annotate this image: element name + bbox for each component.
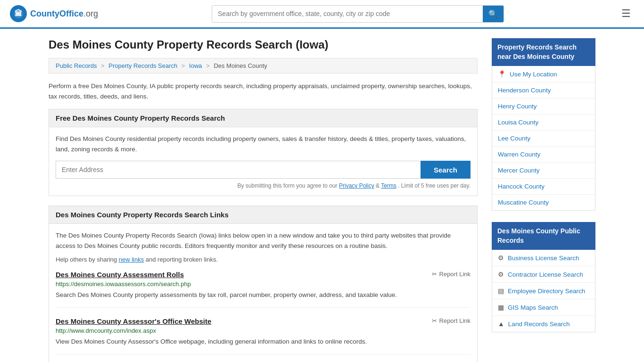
page-title: Des Moines County Property Records Searc… bbox=[49, 38, 478, 51]
links-section: Des Moines County Property Records Searc… bbox=[49, 206, 478, 362]
link-item-title[interactable]: Des Moines County Assessment Rolls bbox=[56, 271, 184, 279]
mercer-county-link[interactable]: Mercer County bbox=[498, 167, 540, 174]
header-search-input[interactable] bbox=[212, 6, 483, 21]
employee-directory-icon: ▤ bbox=[498, 287, 504, 295]
disclaimer-text: By submitting this form you agree to our bbox=[238, 182, 338, 189]
address-search-row: Search bbox=[56, 161, 471, 179]
report-label: Report Link bbox=[439, 271, 471, 278]
nearby-counties-list: 📍 Use My Location Henderson County Henry… bbox=[492, 66, 595, 211]
sidebar-county-item[interactable]: Henry County bbox=[492, 99, 595, 115]
header-search-form: 🔍 bbox=[212, 5, 504, 23]
gis-maps-icon: ▦ bbox=[498, 304, 504, 311]
contractor-license-icon: ⚙ bbox=[498, 271, 504, 278]
address-search-button[interactable]: Search bbox=[421, 161, 471, 179]
louisa-county-link[interactable]: Louisa County bbox=[498, 119, 538, 126]
logo-area[interactable]: 🏛 CountyOffice.org bbox=[9, 5, 98, 23]
header-search-button[interactable]: 🔍 bbox=[483, 6, 504, 22]
public-record-item[interactable]: ⚙ Business License Search bbox=[492, 250, 595, 266]
muscatine-county-link[interactable]: Muscatine County bbox=[498, 199, 549, 206]
form-disclaimer: By submitting this form you agree to our… bbox=[56, 182, 471, 189]
public-record-item[interactable]: ▤ Employee Directory Search bbox=[492, 283, 595, 299]
pin-icon: 📍 bbox=[498, 70, 506, 78]
disclaimer-limit: . Limit of 5 free uses per day. bbox=[398, 182, 471, 189]
free-search-description: Find Des Moines County residential prope… bbox=[56, 134, 471, 154]
reporting-text: and reporting broken links. bbox=[146, 256, 218, 263]
public-record-item[interactable]: ▲ Land Records Search bbox=[492, 316, 595, 332]
use-location-item[interactable]: 📍 Use My Location bbox=[492, 66, 595, 82]
help-text: Help others by sharing bbox=[56, 256, 117, 263]
link-item: Des Moines County Assessor's Office Webs… bbox=[56, 317, 471, 355]
search-form-body: Find Des Moines County residential prope… bbox=[49, 127, 477, 196]
breadcrumb-property-records[interactable]: Property Records Search bbox=[108, 62, 177, 69]
sidebar: Property Records Search near Des Moines … bbox=[492, 38, 595, 362]
public-record-item[interactable]: ▦ GIS Maps Search bbox=[492, 299, 595, 316]
terms-link[interactable]: Terms bbox=[381, 182, 396, 189]
sidebar-county-item[interactable]: Warren County bbox=[492, 147, 595, 163]
henderson-county-link[interactable]: Henderson County bbox=[498, 87, 551, 94]
content-area: Des Moines County Property Records Searc… bbox=[49, 38, 478, 362]
land-records-icon: ▲ bbox=[498, 320, 504, 328]
link-item-url[interactable]: http://www.dmcounty.com/index.aspx bbox=[56, 327, 471, 334]
breadcrumb-iowa[interactable]: Iowa bbox=[189, 62, 202, 69]
link-item-description: Search Des Moines County property assess… bbox=[56, 290, 471, 300]
free-search-heading: Free Des Moines County Property Records … bbox=[49, 109, 477, 127]
employee-directory-link[interactable]: Employee Directory Search bbox=[508, 288, 585, 295]
report-label: Report Link bbox=[439, 317, 471, 324]
page-description: Perform a free Des Moines County, IA pub… bbox=[49, 81, 478, 101]
link-item-description: View Des Moines County Assessor's Office… bbox=[56, 337, 471, 347]
hancock-county-link[interactable]: Hancock County bbox=[498, 183, 545, 190]
logo-text: CountyOffice.org bbox=[30, 9, 98, 19]
links-help-text: Help others by sharing new links and rep… bbox=[56, 256, 471, 263]
warren-county-link[interactable]: Warren County bbox=[498, 151, 540, 158]
breadcrumb-public-records[interactable]: Public Records bbox=[56, 62, 97, 69]
report-icon: ✂ bbox=[432, 317, 437, 324]
breadcrumb-sep-2: > bbox=[182, 62, 185, 69]
sidebar-county-item[interactable]: Hancock County bbox=[492, 179, 595, 195]
nearby-counties-title: Property Records Search near Des Moines … bbox=[492, 38, 595, 66]
disclaimer-and: & bbox=[376, 182, 381, 189]
gis-maps-link[interactable]: GIS Maps Search bbox=[508, 304, 558, 311]
privacy-policy-link[interactable]: Privacy Policy bbox=[339, 182, 374, 189]
nearby-counties-section: Property Records Search near Des Moines … bbox=[492, 38, 595, 211]
report-link-button[interactable]: ✂ Report Link bbox=[432, 271, 471, 278]
breadcrumb-current: Des Moines County bbox=[214, 62, 267, 69]
link-item-url[interactable]: https://desmoines.iowaassessors.com/sear… bbox=[56, 280, 471, 288]
public-records-title: Des Moines County Public Records bbox=[492, 222, 595, 250]
land-records-link[interactable]: Land Records Search bbox=[508, 321, 570, 328]
use-location-link[interactable]: Use My Location bbox=[510, 71, 557, 78]
breadcrumb: Public Records > Property Records Search… bbox=[49, 58, 478, 74]
search-icon: 🔍 bbox=[488, 10, 498, 18]
public-record-item[interactable]: ⚙ Contractor License Search bbox=[492, 266, 595, 283]
lee-county-link[interactable]: Lee County bbox=[498, 135, 530, 142]
contractor-license-link[interactable]: Contractor License Search bbox=[508, 271, 583, 278]
business-license-link[interactable]: Business License Search bbox=[508, 255, 579, 262]
link-item-header: Des Moines County Assessment Rolls ✂ Rep… bbox=[56, 271, 471, 279]
sidebar-county-item[interactable]: Mercer County bbox=[492, 163, 595, 179]
main-container: Des Moines County Property Records Searc… bbox=[39, 29, 605, 362]
public-records-list: ⚙ Business License Search ⚙ Contractor L… bbox=[492, 250, 595, 332]
report-link-button[interactable]: ✂ Report Link bbox=[432, 317, 471, 324]
sidebar-county-item[interactable]: Louisa County bbox=[492, 115, 595, 131]
links-section-heading: Des Moines County Property Records Searc… bbox=[49, 206, 477, 224]
henry-county-link[interactable]: Henry County bbox=[498, 103, 537, 110]
link-item: Des Moines County Assessment Rolls ✂ Rep… bbox=[56, 271, 471, 308]
site-logo-icon: 🏛 bbox=[9, 5, 27, 23]
svg-text:🏛: 🏛 bbox=[15, 9, 22, 17]
breadcrumb-sep-1: > bbox=[101, 62, 105, 69]
link-item-title[interactable]: Des Moines County Assessor's Office Webs… bbox=[56, 317, 211, 325]
report-icon: ✂ bbox=[432, 271, 437, 278]
menu-icon[interactable]: ☰ bbox=[618, 6, 635, 22]
sidebar-county-item[interactable]: Henderson County bbox=[492, 82, 595, 99]
business-license-icon: ⚙ bbox=[498, 254, 504, 262]
free-search-section: Free Des Moines County Property Records … bbox=[49, 109, 478, 196]
sidebar-county-item[interactable]: Muscatine County bbox=[492, 195, 595, 210]
address-search-input[interactable] bbox=[56, 161, 421, 179]
links-section-body: The Des Moines County Property Records S… bbox=[49, 224, 477, 362]
links-description: The Des Moines County Property Records S… bbox=[56, 230, 471, 251]
link-item-header: Des Moines County Assessor's Office Webs… bbox=[56, 317, 471, 325]
sidebar-county-item[interactable]: Lee County bbox=[492, 131, 595, 147]
new-links-link[interactable]: new links bbox=[119, 256, 144, 263]
public-records-section: Des Moines County Public Records ⚙ Busin… bbox=[492, 222, 595, 332]
site-header: 🏛 CountyOffice.org 🔍 ☰ bbox=[0, 0, 644, 29]
breadcrumb-sep-3: > bbox=[206, 62, 210, 69]
